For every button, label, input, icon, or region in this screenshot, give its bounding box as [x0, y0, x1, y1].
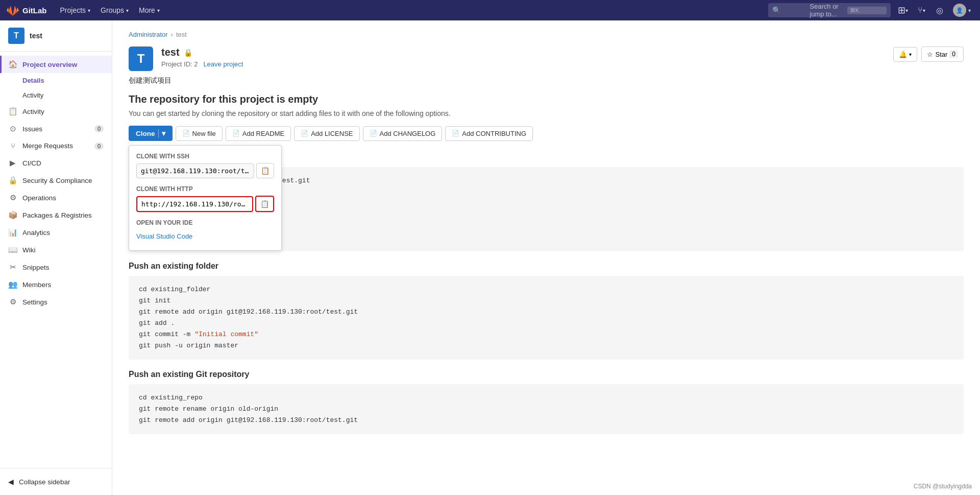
- watermark: CSDN @studyingdda: [914, 483, 972, 490]
- star-button[interactable]: ☆ Star 0: [921, 46, 964, 62]
- sidebar-project-name: test: [30, 32, 42, 40]
- top-navigation: GitLab Projects ▾ Groups ▾ More ▾ 🔍 Sear…: [0, 0, 980, 20]
- sidebar-item-operations[interactable]: ⚙ Operations: [0, 189, 112, 206]
- issues-nav-button[interactable]: ◎: [932, 2, 948, 18]
- clone-chevron-icon: ▾: [158, 129, 165, 137]
- merge-requests-nav-button[interactable]: ⑂ ▾: [913, 2, 929, 18]
- empty-repo-sub-text: You can get started by cloning the repos…: [129, 109, 451, 117]
- breadcrumb: Administrator › test: [129, 31, 964, 38]
- sidebar-item-cicd[interactable]: ▶ CI/CD: [0, 154, 112, 172]
- sidebar-item-snippets[interactable]: ✂ Snippets: [0, 258, 112, 276]
- leave-project-link[interactable]: Leave project: [203, 60, 243, 68]
- sidebar-item-label-members: Members: [22, 281, 51, 289]
- user-avatar-button[interactable]: 👤 ▾: [950, 2, 974, 18]
- create-new-button[interactable]: ⊞ ▾: [895, 2, 911, 18]
- more-chevron-icon: ▾: [157, 8, 160, 13]
- new-file-label: New file: [192, 130, 216, 137]
- new-file-button[interactable]: 📄 New file: [176, 126, 223, 141]
- sidebar-project-avatar: T: [8, 28, 24, 44]
- notifications-button[interactable]: 🔔 ▾: [893, 47, 917, 62]
- copy-http-button[interactable]: 📋: [255, 196, 274, 212]
- issues-icon: ◎: [936, 6, 943, 15]
- star-label: Star: [935, 51, 947, 58]
- project-meta: Project ID: 2 Leave project: [161, 60, 885, 68]
- sidebar-item-label-issues: Issues: [22, 125, 42, 133]
- sidebar-item-settings[interactable]: ⚙ Settings: [0, 293, 112, 311]
- sidebar-sub-item-details[interactable]: Details: [0, 73, 112, 88]
- push-repo-block: cd existing_repo git remote rename origi…: [129, 384, 964, 434]
- project-actions: 🔔 ▾ ☆ Star 0: [893, 46, 964, 62]
- sidebar-item-label-project-overview: Project overview: [22, 61, 77, 68]
- add-readme-button[interactable]: 📄 Add README: [226, 126, 291, 141]
- avatar: 👤: [953, 4, 966, 17]
- sidebar-item-issues[interactable]: ⊙ Issues 0: [0, 120, 112, 137]
- add-changelog-button[interactable]: 📄 Add CHANGELOG: [363, 126, 443, 141]
- sidebar-item-label-snippets: Snippets: [22, 264, 50, 271]
- sidebar-item-label-cicd: CI/CD: [22, 159, 41, 167]
- clone-dropdown: Clone with SSH 📋 Clone with HTTP 📋 Open …: [129, 145, 282, 251]
- push-repo-title: Push an existing Git repository: [129, 370, 964, 379]
- license-icon: 📄: [301, 130, 308, 137]
- sidebar-item-activity[interactable]: 📋 Activity: [0, 103, 112, 120]
- merge-chevron-icon: ▾: [923, 8, 925, 13]
- sidebar-sub-item-activity[interactable]: Activity: [0, 88, 112, 103]
- project-big-avatar: T: [129, 46, 153, 71]
- search-box[interactable]: 🔍 Search or jump to... ⌘K: [768, 3, 891, 17]
- sidebar-item-label-settings: Settings: [22, 298, 47, 306]
- ssh-title: Clone with SSH: [136, 153, 274, 160]
- lock-icon: 🔒: [184, 49, 192, 57]
- file-icon: 📄: [182, 130, 190, 137]
- push-folder-title: Push an existing folder: [129, 262, 964, 271]
- http-title: Clone with HTTP: [136, 185, 274, 193]
- wiki-icon: 📖: [8, 245, 17, 254]
- http-url-input[interactable]: [136, 196, 253, 212]
- clone-button[interactable]: Clone ▾: [129, 126, 173, 141]
- settings-icon: ⚙: [8, 297, 17, 307]
- open-ide-title: Open in your IDE: [136, 219, 274, 226]
- sidebar-item-label-security: Security & Compliance: [22, 177, 92, 184]
- main-content: Administrator › test T test 🔒 Project ID…: [112, 20, 980, 495]
- gitlab-logo[interactable]: GitLab: [6, 4, 47, 17]
- sidebar-item-label-packages: Packages & Registries: [22, 211, 92, 219]
- sidebar-item-wiki[interactable]: 📖 Wiki: [0, 241, 112, 258]
- vscode-link[interactable]: Visual Studio Code: [136, 229, 274, 243]
- add-changelog-label: Add CHANGELOG: [380, 130, 436, 137]
- sidebar-item-security[interactable]: 🔒 Security & Compliance: [0, 172, 112, 189]
- project-avatar-letter: T: [137, 52, 145, 66]
- breadcrumb-admin[interactable]: Administrator: [129, 31, 168, 38]
- sidebar-item-label-activity: Activity: [22, 108, 44, 115]
- groups-chevron-icon: ▾: [126, 8, 129, 13]
- add-license-button[interactable]: 📄 Add LICENSE: [294, 126, 359, 141]
- project-header-info: test 🔒 Project ID: 2 Leave project: [161, 46, 885, 68]
- sidebar-item-merge-requests[interactable]: ⑂ Merge Requests 0: [0, 137, 112, 154]
- issues-badge: 0: [94, 125, 104, 132]
- projects-menu[interactable]: Projects ▾: [55, 0, 96, 20]
- action-buttons-row: Clone ▾ 📄 New file 📄 Add README 📄 Add LI…: [129, 126, 964, 141]
- groups-menu[interactable]: Groups ▾: [95, 0, 134, 20]
- copy-ssh-button[interactable]: 📋: [256, 163, 274, 178]
- sidebar-nav: 🏠 Project overview Details Activity 📋 Ac…: [0, 52, 112, 468]
- sidebar-item-packages[interactable]: 📦 Packages & Registries: [0, 206, 112, 224]
- ssh-url-input[interactable]: [136, 163, 254, 178]
- changelog-icon: 📄: [370, 130, 377, 137]
- add-contributing-button[interactable]: 📄 Add CONTRIBUTING: [445, 126, 533, 141]
- plus-icon: ⊞: [898, 5, 905, 16]
- sidebar-item-project-overview[interactable]: 🏠 Project overview: [0, 56, 112, 73]
- more-menu[interactable]: More ▾: [134, 0, 165, 20]
- cicd-icon: ▶: [8, 158, 17, 168]
- search-icon: 🔍: [772, 6, 806, 14]
- collapse-sidebar-button[interactable]: ◀ Collapse sidebar: [0, 474, 112, 490]
- project-description: 创建测试项目: [129, 76, 964, 85]
- collapse-icon: ◀: [8, 478, 14, 486]
- sidebar-project-initial: T: [14, 31, 19, 40]
- http-input-row: 📋: [136, 196, 274, 212]
- gitlab-wordmark: GitLab: [22, 6, 47, 15]
- star-count: 0: [949, 50, 958, 58]
- breadcrumb-project: test: [176, 31, 187, 38]
- sidebar-project-header: T test: [0, 20, 112, 52]
- add-contributing-label: Add CONTRIBUTING: [462, 130, 526, 137]
- sidebar-item-analytics[interactable]: 📊 Analytics: [0, 224, 112, 241]
- bell-icon: 🔔: [899, 51, 907, 58]
- analytics-icon: 📊: [8, 228, 17, 237]
- sidebar-item-members[interactable]: 👥 Members: [0, 276, 112, 293]
